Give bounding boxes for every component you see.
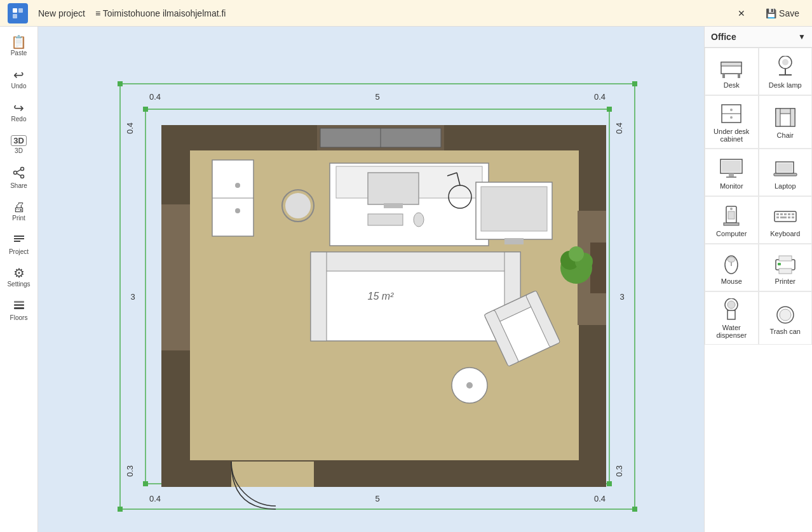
svg-text:0.4: 0.4 [594, 494, 606, 503]
svg-text:0.3: 0.3 [125, 465, 135, 477]
mouse-label: Mouse [721, 277, 742, 285]
svg-rect-113 [780, 213, 783, 215]
print-button[interactable]: 🖨 Print [3, 194, 36, 227]
svg-rect-49 [590, 243, 606, 293]
svg-rect-70 [311, 252, 520, 271]
svg-rect-86 [722, 74, 725, 78]
canvas-area[interactable]: 0.4 5 0.4 0.4 5 0.4 0.4 3 0.3 0.4 3 0.3 [38, 27, 704, 532]
svg-point-91 [782, 59, 788, 65]
svg-rect-126 [779, 269, 792, 274]
paste-button[interactable]: 📋 Paste [3, 29, 36, 62]
save-button[interactable]: 💾 Save [761, 6, 804, 21]
svg-rect-106 [774, 173, 797, 176]
svg-line-7 [17, 173, 20, 176]
svg-rect-109 [728, 211, 734, 219]
close-button[interactable]: ✕ [733, 6, 750, 21]
furniture-item-under-desk-cabinet[interactable]: Under desk cabinet [705, 95, 759, 149]
undo-button[interactable]: ↩ Undo [3, 62, 36, 95]
svg-rect-114 [784, 213, 787, 215]
furniture-item-mouse[interactable]: Mouse [705, 244, 759, 291]
svg-text:3: 3 [130, 292, 135, 302]
desk-label: Desk [724, 81, 740, 89]
furniture-item-trash-can[interactable]: Trash can [759, 291, 813, 345]
svg-rect-103 [726, 176, 736, 178]
redo-icon: ↪ [13, 102, 24, 114]
printer-label: Printer [775, 277, 795, 285]
svg-point-123 [727, 257, 735, 262]
project-title: New project [38, 8, 85, 18]
furniture-item-keyboard[interactable]: Keyboard [759, 196, 813, 244]
furniture-item-desk[interactable]: Desk [705, 48, 759, 95]
3d-button[interactable]: 3D 3D [3, 128, 36, 161]
svg-rect-117 [776, 216, 779, 218]
main-area: 📋 Paste ↩ Undo ↪ Redo 3D 3D Share 🖨 Prin… [0, 27, 812, 532]
laptop-icon [773, 157, 798, 180]
furniture-item-chair[interactable]: Chair [759, 95, 813, 149]
svg-rect-47 [161, 204, 190, 350]
svg-text:0.4: 0.4 [614, 123, 624, 134]
svg-rect-0 [13, 8, 17, 13]
furniture-item-laptop[interactable]: Laptop [759, 149, 813, 196]
furniture-item-monitor[interactable]: Monitor [705, 149, 759, 196]
svg-rect-13 [14, 301, 24, 303]
furniture-item-desk-lamp[interactable]: Desk lamp [759, 48, 813, 95]
svg-point-61 [285, 193, 311, 218]
svg-point-95 [730, 116, 733, 119]
furniture-item-water-dispenser[interactable]: Water dispenser [705, 291, 759, 345]
svg-rect-25 [607, 481, 612, 486]
right-panel-header: Office ▼ [705, 27, 812, 48]
left-toolbar: 📋 Paste ↩ Undo ↪ Redo 3D 3D Share 🖨 Prin… [0, 27, 38, 532]
svg-line-6 [17, 170, 20, 172]
share-button[interactable]: Share [3, 161, 36, 194]
svg-rect-119 [788, 216, 790, 218]
svg-text:5: 5 [375, 92, 379, 102]
svg-rect-71 [311, 252, 327, 341]
monitor-icon [719, 157, 744, 180]
project-button[interactable]: Project [3, 227, 36, 260]
svg-rect-125 [779, 256, 792, 261]
furniture-item-computer[interactable]: Computer [705, 196, 759, 244]
svg-text:0.3: 0.3 [614, 465, 624, 477]
3d-icon: 3D [11, 135, 27, 146]
svg-rect-98 [776, 109, 780, 126]
laptop-label: Laptop [775, 182, 796, 190]
water-dispenser-label: Water dispenser [709, 324, 754, 339]
desk-lamp-label: Desk lamp [769, 81, 802, 89]
floors-button[interactable]: Floors [3, 293, 36, 326]
svg-point-108 [730, 208, 733, 210]
furniture-grid: Desk Desk lamp Under desk cabinet [705, 48, 812, 345]
under-desk-cabinet-icon [719, 102, 744, 125]
settings-button[interactable]: ⚙ Settings [3, 260, 36, 293]
share-icon [13, 166, 25, 181]
svg-point-56 [414, 213, 424, 227]
print-icon: 🖨 [13, 201, 25, 213]
file-name: ≡ Toimistohuone ilmaisohjelmat.fi [95, 8, 226, 18]
svg-rect-110 [724, 223, 739, 225]
svg-rect-12 [14, 304, 24, 306]
svg-rect-87 [738, 74, 740, 78]
mouse-icon [719, 252, 744, 275]
svg-point-4 [20, 175, 24, 178]
undo-icon: ↩ [13, 69, 24, 81]
category-chevron-icon[interactable]: ▼ [798, 32, 806, 41]
svg-rect-101 [722, 161, 741, 172]
svg-text:15 m²: 15 m² [368, 291, 395, 302]
svg-rect-112 [776, 213, 779, 215]
svg-rect-85 [721, 62, 741, 66]
svg-rect-54 [384, 203, 403, 208]
svg-point-79 [466, 382, 473, 389]
desk-lamp-icon [773, 56, 798, 79]
redo-button[interactable]: ↪ Redo [3, 95, 36, 128]
svg-text:0.4: 0.4 [149, 494, 161, 503]
desk-icon [719, 56, 744, 79]
svg-rect-102 [729, 173, 734, 176]
svg-rect-2 [13, 14, 17, 18]
svg-point-132 [780, 309, 791, 321]
svg-rect-11 [14, 307, 24, 309]
svg-rect-53 [368, 173, 419, 204]
chair-label: Chair [777, 131, 794, 139]
svg-rect-67 [481, 187, 547, 231]
svg-point-3 [20, 168, 24, 171]
furniture-item-printer[interactable]: Printer [759, 244, 813, 291]
svg-rect-23 [607, 107, 612, 112]
